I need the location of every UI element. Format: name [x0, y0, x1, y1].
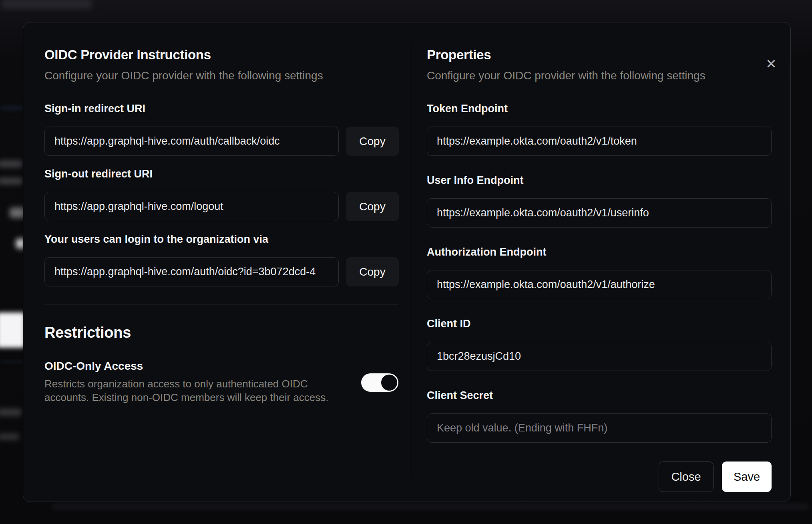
client-id-input[interactable] [427, 342, 772, 371]
org-login-url-input[interactable] [44, 257, 339, 286]
field-label: Client ID [427, 318, 772, 329]
oidc-only-access-label: OIDC-Only Access [44, 361, 346, 372]
restrictions-title: Restrictions [44, 324, 398, 341]
blurred-divider [0, 106, 23, 111]
user-info-endpoint-input[interactable] [427, 198, 772, 228]
blurred-text [0, 433, 19, 440]
blurred-text [0, 160, 22, 167]
modal-actions: Close Save [427, 462, 772, 492]
toggle-knob [381, 375, 397, 391]
field-label: Authorization Endpoint [427, 246, 772, 258]
panel-title: OIDC Provider Instructions [44, 47, 398, 62]
oidc-only-access-toggle[interactable] [361, 373, 398, 392]
token-endpoint-field: Token Endpoint [427, 103, 772, 156]
panel-title: Properties [427, 47, 772, 62]
blurred-text [0, 178, 22, 184]
oidc-instructions-panel: OIDC Provider Instructions Configure you… [23, 22, 411, 502]
properties-panel: Properties Configure your OIDC provider … [411, 22, 790, 502]
field-label: Your users can login to the organization… [44, 234, 398, 245]
close-button[interactable]: Close [659, 462, 714, 492]
token-endpoint-input[interactable] [427, 127, 772, 156]
blurred-logo [2, 0, 92, 9]
blurred-strip [52, 504, 809, 510]
blurred-white-button [0, 312, 25, 348]
authorization-endpoint-field: Authorization Endpoint [427, 246, 772, 299]
copy-button[interactable]: Copy [346, 257, 399, 286]
screen: ✕ OIDC Provider Instructions Configure y… [0, 0, 812, 524]
section-divider [44, 304, 398, 304]
authorization-endpoint-input[interactable] [427, 270, 772, 299]
blurred-text [0, 409, 22, 416]
blurred-divider [0, 360, 23, 364]
oidc-only-access-description: Restricts organization access to only au… [44, 377, 346, 404]
sign-in-redirect-field: Sign-in redirect URI Copy [44, 103, 398, 156]
oidc-only-access-row: OIDC-Only Access Restricts organization … [44, 361, 398, 404]
save-button[interactable]: Save [722, 462, 772, 492]
copy-button[interactable]: Copy [346, 192, 399, 221]
panel-subtitle: Configure your OIDC provider with the fo… [44, 69, 398, 82]
copy-button[interactable]: Copy [346, 127, 399, 156]
oidc-only-access-text: OIDC-Only Access Restricts organization … [44, 361, 346, 404]
panel-subtitle: Configure your OIDC provider with the fo… [427, 69, 772, 82]
client-secret-input[interactable] [427, 413, 772, 443]
field-label: User Info Endpoint [427, 175, 772, 186]
field-label: Sign-out redirect URI [44, 168, 398, 179]
user-info-endpoint-field: User Info Endpoint [427, 175, 772, 228]
client-secret-field: Client Secret [427, 390, 772, 443]
field-label: Sign-in redirect URI [44, 103, 398, 114]
sign-in-redirect-uri-input[interactable] [44, 127, 339, 156]
sign-out-redirect-field: Sign-out redirect URI Copy [44, 168, 398, 221]
client-id-field: Client ID [427, 318, 772, 371]
sign-out-redirect-uri-input[interactable] [44, 192, 339, 221]
field-label: Client Secret [427, 390, 772, 401]
org-login-url-field: Your users can login to the organization… [44, 234, 398, 286]
field-label: Token Endpoint [427, 103, 772, 114]
oidc-settings-modal: ✕ OIDC Provider Instructions Configure y… [23, 22, 791, 502]
